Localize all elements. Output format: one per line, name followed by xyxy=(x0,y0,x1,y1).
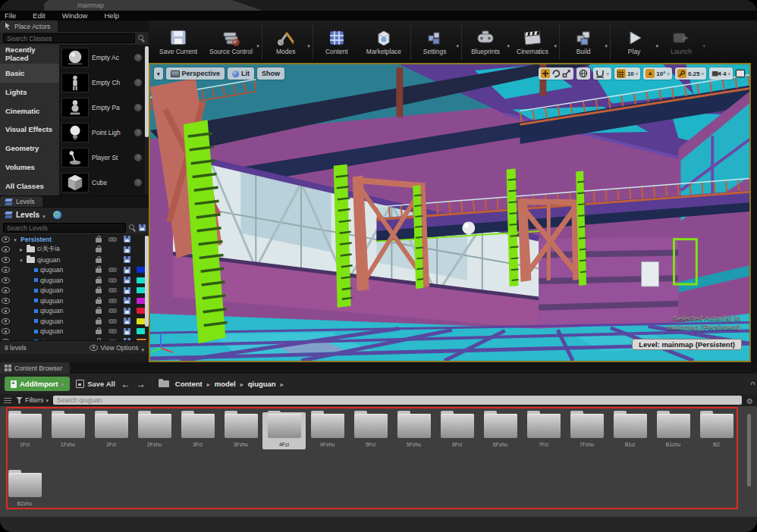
levels-dropdown[interactable]: Levels xyxy=(16,211,39,219)
rotation-snap-control[interactable]: 10° xyxy=(643,67,672,80)
category-cinematic[interactable]: Cinematic xyxy=(0,102,59,120)
lock-icon[interactable] xyxy=(96,268,102,273)
lit-button[interactable]: Lit xyxy=(228,67,254,80)
save-icon[interactable] xyxy=(124,267,130,274)
category-visual-effects[interactable]: Visual Effects xyxy=(0,120,59,139)
category-all-classes[interactable]: All Classes xyxy=(0,177,59,196)
gamepad-icon[interactable] xyxy=(108,308,117,313)
folder-item[interactable]: B2 xyxy=(695,412,738,449)
gamepad-icon[interactable] xyxy=(108,278,117,283)
folder-item[interactable]: 5Fci xyxy=(349,412,392,449)
class-info-icon[interactable] xyxy=(134,129,142,136)
dropdown-caret-icon[interactable] xyxy=(457,37,460,51)
folder-item[interactable]: 1Fzhu xyxy=(46,412,90,449)
modes-button[interactable]: Modes xyxy=(264,20,311,63)
folder-item[interactable]: 6Fci xyxy=(435,412,479,449)
expand-caret-icon[interactable] xyxy=(18,256,24,264)
eye-icon[interactable] xyxy=(2,236,10,243)
rotation-snap-value[interactable]: 10° xyxy=(656,70,665,77)
save-all-button[interactable]: Save All xyxy=(76,380,115,388)
content-button[interactable]: Content xyxy=(315,20,362,63)
class-info-icon[interactable] xyxy=(134,179,142,186)
folder-item[interactable]: B1ci xyxy=(608,412,652,449)
breadcrumb-content[interactable]: Content xyxy=(175,380,203,388)
play-button[interactable]: Play xyxy=(612,20,659,63)
gamepad-icon[interactable] xyxy=(108,329,117,333)
search-levels-input[interactable] xyxy=(3,223,126,233)
dropdown-caret-icon[interactable] xyxy=(256,37,259,51)
list-item-empty-pawn[interactable]: Empty Pa xyxy=(59,95,149,120)
launch-button[interactable]: Launch xyxy=(659,20,706,63)
level-row[interactable]: qiuguan xyxy=(0,316,149,327)
expand-caret-icon[interactable] xyxy=(12,236,18,243)
rotate-tool-button[interactable] xyxy=(551,69,561,78)
save-icon[interactable] xyxy=(124,277,130,283)
view-options-button[interactable]: View Options xyxy=(101,344,139,352)
level-row[interactable]: qiuguan xyxy=(0,327,149,337)
search-classes-input[interactable] xyxy=(3,33,135,43)
add-import-button[interactable]: Add/Import xyxy=(5,377,70,391)
list-item-empty-actor[interactable]: Empty Ac xyxy=(59,45,149,70)
list-item-cube[interactable]: Cube xyxy=(59,171,149,196)
save-icon[interactable] xyxy=(124,256,130,263)
viewport-3d-scene[interactable] xyxy=(150,64,749,361)
collapse-caret-icon[interactable] xyxy=(18,246,24,253)
tab-place-actors[interactable]: Place Actors xyxy=(0,20,58,32)
menu-file[interactable]: File xyxy=(5,11,16,20)
save-icon[interactable] xyxy=(124,287,130,294)
folder-item-selected[interactable]: 4Fci xyxy=(262,412,306,449)
move-tool-button[interactable] xyxy=(541,69,550,78)
folder-item[interactable]: 7Fci xyxy=(522,412,565,449)
build-button[interactable]: Build xyxy=(561,20,608,63)
eye-icon[interactable] xyxy=(2,277,10,283)
category-recently-placed[interactable]: Recently Placed xyxy=(0,45,59,64)
eye-icon[interactable] xyxy=(2,298,10,304)
eye-icon[interactable] xyxy=(2,328,10,334)
menu-window[interactable]: Window xyxy=(62,11,88,20)
gamepad-icon[interactable] xyxy=(108,268,117,272)
dropdown-caret-icon[interactable] xyxy=(703,37,706,51)
dropdown-caret-icon[interactable] xyxy=(42,208,46,221)
dropdown-caret-icon[interactable] xyxy=(656,37,659,51)
gamepad-icon[interactable] xyxy=(108,319,117,324)
gamepad-icon[interactable] xyxy=(108,237,117,242)
folder-item[interactable]: 3Fzhu xyxy=(219,412,262,449)
level-row-folder[interactable]: ci关卡ia xyxy=(0,245,149,255)
scene-sphere-actor[interactable] xyxy=(462,221,475,234)
lock-icon[interactable] xyxy=(96,238,102,243)
save-icon[interactable] xyxy=(124,236,130,243)
source-control-button[interactable]: Source Control xyxy=(205,20,260,63)
dropdown-caret-icon[interactable] xyxy=(554,37,558,51)
save-icon[interactable] xyxy=(124,338,130,340)
eye-icon[interactable] xyxy=(2,318,10,324)
folder-item[interactable]: 6Fzhu xyxy=(479,412,522,449)
lock-icon[interactable] xyxy=(96,299,102,304)
lock-icon[interactable] xyxy=(96,289,102,293)
lock-icon[interactable] xyxy=(96,320,102,324)
settings-button[interactable]: Settings xyxy=(413,20,460,63)
folder-item[interactable]: 2Fci xyxy=(90,412,133,449)
filters-button[interactable]: Filters xyxy=(16,396,49,404)
forward-button[interactable]: → xyxy=(137,379,146,390)
category-geometry[interactable]: Geometry xyxy=(0,139,59,158)
dropdown-caret-icon[interactable] xyxy=(307,37,310,51)
folder-item[interactable]: B1zhu xyxy=(652,412,695,449)
save-levels-icon[interactable] xyxy=(139,224,146,231)
folder-item[interactable]: 2Fzhu xyxy=(133,412,176,449)
folder-item[interactable]: 4Fzhu xyxy=(306,412,349,449)
back-button[interactable]: ← xyxy=(121,379,130,390)
tab-levels[interactable]: Levels xyxy=(0,196,42,207)
save-icon[interactable] xyxy=(124,328,130,335)
save-icon[interactable] xyxy=(124,318,130,324)
camera-speed-value[interactable]: 4 xyxy=(723,70,726,77)
surface-snap-button[interactable] xyxy=(593,67,611,80)
level-row[interactable]: qiuguan xyxy=(0,306,149,317)
folder-item[interactable]: 7Fzhu xyxy=(565,412,608,449)
world-icon[interactable] xyxy=(53,211,61,219)
camera-speed-control[interactable]: 4 xyxy=(709,67,733,80)
menu-edit[interactable]: Edit xyxy=(33,11,45,20)
breadcrumb-qiuguan[interactable]: qiuguan xyxy=(248,380,276,388)
class-info-icon[interactable] xyxy=(134,79,142,86)
gamepad-icon[interactable] xyxy=(108,288,117,293)
folder-item[interactable]: B2zhu xyxy=(3,471,46,506)
